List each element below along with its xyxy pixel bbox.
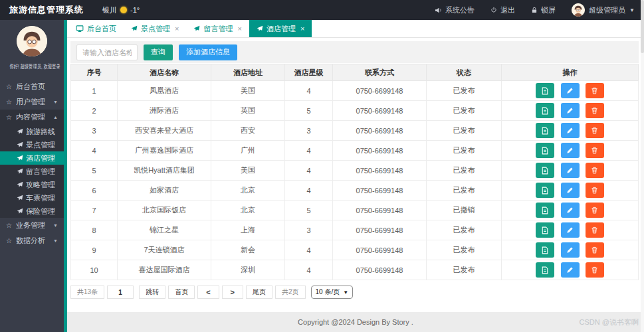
- edit-button[interactable]: [561, 242, 580, 258]
- tab-home[interactable]: 后台首页: [68, 20, 124, 37]
- user-menu[interactable]: 超级管理员 ▼: [572, 3, 635, 17]
- sidebar-item-hotel-mgmt[interactable]: 酒店管理: [0, 151, 64, 165]
- status-text: 已发布: [427, 161, 502, 181]
- view-button[interactable]: [536, 242, 554, 258]
- cell-actions: [502, 81, 639, 101]
- cell-actions: [502, 240, 639, 260]
- edit-button[interactable]: [561, 262, 580, 278]
- add-hotel-button[interactable]: 添加酒店信息: [179, 44, 237, 60]
- status-text: 已发布: [427, 121, 502, 141]
- page-number-input[interactable]: [107, 286, 134, 299]
- sidebar-item-scenic-mgmt[interactable]: 景点管理: [0, 138, 64, 151]
- trash-icon: [591, 226, 598, 234]
- sidebar-item-home[interactable]: ☆ 后台首页: [0, 79, 64, 94]
- edit-button[interactable]: [561, 183, 580, 198]
- weather-city: 银川: [102, 5, 117, 15]
- next-page-button[interactable]: >: [222, 286, 243, 299]
- view-button[interactable]: [536, 262, 554, 278]
- delete-button[interactable]: [586, 262, 604, 278]
- trash-icon: [591, 127, 598, 134]
- cell-phone: 0750-6699148: [333, 260, 427, 280]
- logout-button[interactable]: 退出: [490, 5, 515, 15]
- view-button[interactable]: [536, 103, 554, 118]
- cell-actions: [502, 220, 639, 240]
- sidebar-item-travel-route[interactable]: 旅游路线: [0, 125, 64, 138]
- view-button[interactable]: [536, 222, 554, 238]
- edit-button[interactable]: [561, 143, 580, 158]
- caret-icon: ▼: [53, 238, 58, 243]
- tab-label: 留言管理: [203, 24, 233, 34]
- cell-address: 深圳: [211, 260, 285, 280]
- status-text: 已发布: [427, 240, 502, 260]
- power-icon: [490, 7, 497, 13]
- last-page-button[interactable]: 尾页: [246, 286, 272, 299]
- plane-icon: [17, 128, 26, 135]
- trash-icon: [591, 87, 598, 94]
- delete-button[interactable]: [586, 83, 604, 98]
- sidebar-item-message-mgmt[interactable]: 留言管理: [0, 165, 64, 178]
- delete-button[interactable]: [586, 163, 604, 178]
- scrollbar[interactable]: [641, 0, 644, 332]
- cell-address: 北京: [211, 181, 285, 201]
- scrollbar-thumb[interactable]: [641, 0, 644, 53]
- cell-phone: 0750-6699148: [333, 201, 427, 220]
- cell-no: 5: [71, 161, 118, 181]
- view-button[interactable]: [536, 183, 554, 198]
- document-icon: [541, 87, 549, 95]
- edit-button[interactable]: [561, 163, 580, 178]
- sidebar-item-business-mgmt[interactable]: ☆ 业务管理 ▼: [0, 218, 64, 233]
- trash-icon: [591, 147, 598, 154]
- delete-button[interactable]: [586, 123, 604, 138]
- first-page-button[interactable]: 首页: [168, 286, 195, 299]
- sidebar-item-insurance-mgmt[interactable]: 保险管理: [0, 205, 64, 218]
- edit-button[interactable]: [561, 222, 580, 238]
- sidebar-item-data-analysis[interactable]: ☆ 数据分析 ▼: [0, 233, 64, 248]
- delete-button[interactable]: [586, 103, 604, 118]
- announcements-button[interactable]: 系统公告: [435, 5, 475, 15]
- delete-button[interactable]: [586, 222, 604, 238]
- logout-label: 退出: [500, 5, 515, 15]
- delete-button[interactable]: [586, 143, 604, 158]
- edit-button[interactable]: [561, 123, 580, 138]
- sidebar-item-guide-mgmt[interactable]: 攻略管理: [0, 178, 64, 191]
- sidebar-item-label: 旅游路线: [26, 127, 55, 137]
- tab-hotel-mgmt[interactable]: 酒店管理 ×: [249, 20, 312, 37]
- edit-button[interactable]: [561, 83, 580, 98]
- delete-button[interactable]: [586, 183, 604, 198]
- jump-button[interactable]: 跳转: [139, 286, 165, 299]
- sidebar-item-label: 业务管理: [16, 220, 45, 230]
- cell-actions: [502, 121, 639, 141]
- pencil-icon: [566, 207, 574, 214]
- sidebar-item-ticket-mgmt[interactable]: 车票管理: [0, 191, 64, 205]
- delete-button[interactable]: [586, 242, 604, 258]
- view-button[interactable]: [536, 163, 554, 178]
- tab-message-mgmt[interactable]: 留言管理 ×: [186, 20, 249, 37]
- edit-button[interactable]: [561, 203, 580, 218]
- document-icon: [541, 266, 549, 274]
- status-text: 已发布: [427, 101, 502, 121]
- sidebar-item-user-mgmt[interactable]: ☆ 用户管理 ▼: [0, 94, 64, 110]
- prev-page-button[interactable]: <: [197, 286, 219, 299]
- view-button[interactable]: [536, 83, 554, 98]
- search-button[interactable]: 查询: [144, 44, 173, 60]
- star-icon: ☆: [6, 98, 16, 106]
- col-header-no: 序号: [71, 64, 118, 81]
- edit-button[interactable]: [561, 103, 580, 118]
- pencil-icon: [566, 246, 574, 254]
- cell-stars: 4: [285, 81, 333, 101]
- close-icon[interactable]: ×: [237, 25, 241, 33]
- sidebar-item-label: 保险管理: [26, 207, 55, 216]
- close-icon[interactable]: ×: [300, 25, 304, 33]
- sidebar-item-content-mgmt[interactable]: ☆ 内容管理 ▲: [0, 110, 64, 125]
- view-button[interactable]: [536, 123, 554, 138]
- tab-scenic-mgmt[interactable]: 景点管理 ×: [124, 20, 186, 37]
- delete-button[interactable]: [586, 203, 604, 218]
- col-header-actions: 操作: [502, 64, 639, 81]
- lock-screen-button[interactable]: 锁屏: [531, 5, 556, 15]
- page-count: 共2页: [275, 286, 306, 299]
- close-icon[interactable]: ×: [175, 25, 179, 33]
- page-size-select[interactable]: 10 条/页 ▼: [311, 286, 354, 299]
- search-input[interactable]: [76, 44, 138, 60]
- view-button[interactable]: [536, 203, 554, 218]
- view-button[interactable]: [536, 143, 554, 158]
